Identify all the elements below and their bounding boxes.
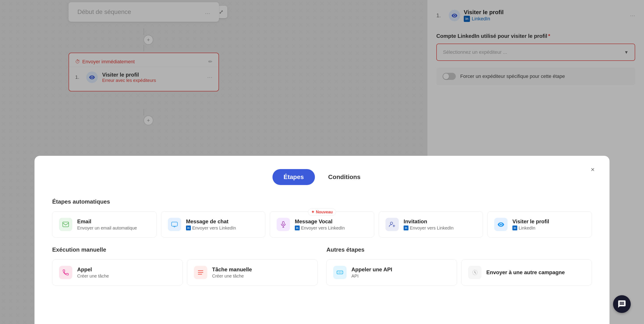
svg-rect-2	[282, 221, 284, 225]
star-icon: ✦	[311, 210, 314, 214]
microphone-icon	[280, 221, 287, 228]
card-appel[interactable]: Appel Créer une tâche	[52, 259, 183, 285]
appel-card-text: Appel Créer une tâche	[77, 266, 109, 279]
phone-icon	[62, 269, 69, 276]
campagne-icon-wrap	[468, 266, 482, 279]
invitation-icon-wrap	[386, 218, 399, 231]
email-icon-wrap	[59, 218, 72, 231]
other-section-title: Autres étapes	[326, 246, 592, 253]
svg-rect-8	[198, 270, 203, 271]
campagne-title: Envoyer à une autre campagne	[486, 269, 565, 275]
svg-rect-10	[198, 274, 202, 275]
li-icon-invitation: in	[404, 225, 408, 230]
chat-bubble-icon	[618, 300, 626, 308]
li-icon-chat: in	[186, 225, 191, 230]
chat-support-button[interactable]	[613, 295, 631, 313]
svg-rect-0	[63, 222, 69, 227]
api-card-text: Appeler une API API	[352, 266, 392, 279]
li-icon-visiter: in	[512, 225, 517, 230]
card-tache-manuelle[interactable]: Tâche manuelle Créer une tâche	[187, 259, 318, 285]
card-api[interactable]: Appeler une API API	[326, 259, 457, 285]
vocal-icon-wrap	[277, 218, 290, 231]
chat-title: Message de chat	[186, 218, 236, 225]
tache-card-text: Tâche manuelle Créer une tâche	[212, 266, 252, 279]
card-visiter-profil[interactable]: Visiter le profil in LinkedIn	[488, 211, 592, 237]
tache-subtitle: Créer une tâche	[212, 273, 252, 279]
hand-icon	[471, 269, 478, 276]
invitation-card-text: Invitation in Envoyer vers LinkedIn	[404, 218, 454, 231]
chat-icon	[171, 221, 178, 228]
person-add-icon	[388, 221, 396, 228]
email-icon	[62, 221, 69, 228]
card-email[interactable]: Email Envoyer un email automatique	[52, 211, 156, 237]
tab-bar: Étapes Conditions	[52, 169, 592, 185]
other-cards-row: Appeler une API API Env	[326, 259, 592, 285]
task-icon	[197, 269, 204, 276]
vocal-title: Message Vocal	[295, 218, 345, 225]
visiter-subtitle: in LinkedIn	[512, 225, 549, 231]
visiter-card-text: Visiter le profil in LinkedIn	[512, 218, 549, 231]
chat-icon-wrap	[168, 218, 181, 231]
bottom-sections: Exécution manuelle Appel Créer une tâche	[52, 246, 592, 294]
appel-icon-wrap	[59, 266, 72, 279]
email-card-text: Email Envoyer un email automatique	[77, 218, 137, 231]
vocal-card-text: Message Vocal in Envoyer vers LinkedIn	[295, 218, 345, 231]
campagne-card-text: Envoyer à une autre campagne	[486, 269, 565, 275]
chat-subtitle: in Envoyer vers LinkedIn	[186, 225, 236, 231]
vocal-subtitle: in Envoyer vers LinkedIn	[295, 225, 345, 231]
tache-title: Tâche manuelle	[212, 266, 252, 273]
auto-section-title: Étapes automatiques	[52, 198, 592, 205]
tab-etapes[interactable]: Étapes	[272, 169, 315, 185]
nouveau-label: Nouveau	[316, 210, 332, 214]
chat-card-text: Message de chat in Envoyer vers LinkedIn	[186, 218, 236, 231]
card-message-vocal[interactable]: ✦ Nouveau Message Vocal in Envoyer	[270, 211, 374, 237]
manual-section: Exécution manuelle Appel Créer une tâche	[52, 246, 318, 294]
tache-icon-wrap	[194, 266, 207, 279]
visiter-title: Visiter le profil	[512, 218, 549, 225]
email-subtitle: Envoyer un email automatique	[77, 225, 137, 231]
add-step-modal: × Étapes Conditions Étapes automatiques …	[34, 156, 610, 324]
visiter-icon-wrap	[494, 218, 508, 231]
email-title: Email	[77, 218, 137, 225]
card-autre-campagne[interactable]: Envoyer à une autre campagne	[461, 259, 592, 285]
invitation-title: Invitation	[404, 218, 454, 225]
card-message-chat[interactable]: Message de chat in Envoyer vers LinkedIn	[161, 211, 266, 237]
li-icon-vocal: in	[295, 225, 300, 230]
card-invitation[interactable]: Invitation in Envoyer vers LinkedIn	[378, 211, 483, 237]
svg-rect-9	[198, 272, 203, 273]
manual-cards-row: Appel Créer une tâche	[52, 259, 318, 285]
eye-icon-card	[498, 221, 504, 228]
auto-cards-row: Email Envoyer un email automatique Messa…	[52, 211, 592, 237]
api-icon-wrap	[333, 266, 346, 279]
modal-overlay: × Étapes Conditions Étapes automatiques …	[0, 0, 644, 324]
appel-title: Appel	[77, 266, 109, 273]
invitation-subtitle: in Envoyer vers LinkedIn	[404, 225, 454, 231]
modal-close-button[interactable]: ×	[587, 164, 598, 175]
svg-rect-1	[172, 222, 178, 226]
manual-section-title: Exécution manuelle	[52, 246, 318, 253]
api-title: Appeler une API	[352, 266, 392, 273]
appel-subtitle: Créer une tâche	[77, 273, 109, 279]
api-icon	[336, 269, 344, 276]
tab-conditions[interactable]: Conditions	[317, 169, 372, 185]
nouveau-badge: ✦ Nouveau	[308, 208, 336, 216]
svg-point-5	[390, 222, 393, 224]
api-subtitle: API	[352, 273, 392, 279]
other-section: Autres étapes Appe	[326, 246, 592, 294]
